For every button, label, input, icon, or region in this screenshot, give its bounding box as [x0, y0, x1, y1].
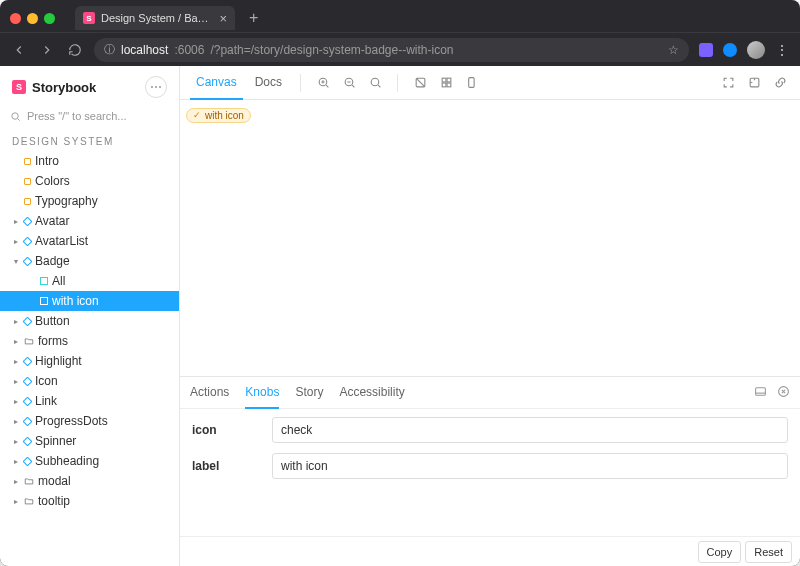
new-tab-button[interactable]: +: [243, 9, 264, 27]
divider: [300, 74, 301, 92]
component-icon: [23, 376, 33, 386]
search-icon: [10, 111, 21, 122]
storybook-logo: S: [12, 80, 26, 94]
site-info-icon[interactable]: ⓘ: [104, 42, 115, 57]
bookmark-icon[interactable]: ☆: [668, 43, 679, 57]
fullscreen-icon[interactable]: [718, 73, 738, 93]
zoom-in-icon[interactable]: [313, 73, 333, 93]
sidebar-item-tooltip[interactable]: ▸tooltip: [0, 491, 179, 511]
back-button[interactable]: [10, 41, 28, 59]
close-icon[interactable]: ×: [219, 11, 227, 26]
sidebar-item-colors[interactable]: Colors: [0, 171, 179, 191]
caret-icon: ▸: [12, 477, 20, 486]
caret-icon: ▸: [12, 337, 20, 346]
brand-name: Storybook: [32, 80, 96, 95]
tab-accessibility[interactable]: Accessibility: [339, 377, 404, 409]
panel-close-icon[interactable]: [777, 385, 790, 401]
sidebar-item-subheading[interactable]: ▸Subheading: [0, 451, 179, 471]
sidebar-item-label: Badge: [35, 254, 70, 268]
sidebar-item-typography[interactable]: Typography: [0, 191, 179, 211]
svg-rect-8: [447, 83, 451, 87]
browser-menu-button[interactable]: ⋮: [775, 42, 790, 58]
sidebar-item-intro[interactable]: Intro: [0, 151, 179, 171]
component-icon: [23, 216, 33, 226]
sidebar-item-label: forms: [38, 334, 68, 348]
zoom-out-icon[interactable]: [339, 73, 359, 93]
component-icon: [23, 456, 33, 466]
component-icon: [23, 236, 33, 246]
folder-icon: [24, 496, 34, 506]
group-label: DESIGN SYSTEM: [0, 130, 179, 151]
sidebar-item-avatar[interactable]: ▸Avatar: [0, 211, 179, 231]
sidebar-item-link[interactable]: ▸Link: [0, 391, 179, 411]
svg-point-3: [371, 78, 379, 86]
sidebar-item-avatarlist[interactable]: ▸AvatarList: [0, 231, 179, 251]
profile-avatar[interactable]: [747, 41, 765, 59]
knob-label: icon: [192, 423, 262, 437]
svg-rect-9: [468, 78, 473, 88]
tab-story[interactable]: Story: [295, 377, 323, 409]
sidebar-item-label: Highlight: [35, 354, 82, 368]
caret-icon: ▸: [12, 237, 20, 246]
knob-label: label: [192, 459, 262, 473]
folder-icon: [24, 336, 34, 346]
badge-label: with icon: [205, 110, 244, 121]
viewport-tool-icon[interactable]: [462, 73, 482, 93]
sidebar-item-button[interactable]: ▸Button: [0, 311, 179, 331]
forward-button[interactable]: [38, 41, 56, 59]
sidebar-item-forms[interactable]: ▸forms: [0, 331, 179, 351]
sidebar-item-label: All: [52, 274, 65, 288]
knobs-copy-button[interactable]: Copy: [698, 541, 742, 563]
canvas: ✓ with icon Actions Knobs Story Accessib…: [180, 100, 800, 566]
knob-row-icon: icon: [192, 417, 788, 443]
url-bar[interactable]: ⓘ localhost:6006/?path=/story/design-sys…: [94, 38, 689, 62]
knobs-reset-button[interactable]: Reset: [745, 541, 792, 563]
browser-toolbar: ⓘ localhost:6006/?path=/story/design-sys…: [0, 32, 800, 66]
story-icon: [40, 297, 48, 305]
reload-button[interactable]: [66, 41, 84, 59]
main: Canvas Docs: [180, 66, 800, 566]
tab-canvas[interactable]: Canvas: [190, 66, 243, 100]
svg-rect-5: [442, 78, 446, 82]
tab-docs[interactable]: Docs: [249, 66, 288, 100]
sidebar-item-icon[interactable]: ▸Icon: [0, 371, 179, 391]
sidebar-item-badge[interactable]: ▾Badge: [0, 251, 179, 271]
caret-icon: ▸: [12, 377, 20, 386]
grid-tool-icon[interactable]: [436, 73, 456, 93]
sidebar-item-label: Link: [35, 394, 57, 408]
tab-knobs[interactable]: Knobs: [245, 377, 279, 409]
divider: [397, 74, 398, 92]
sidebar-item-modal[interactable]: ▸modal: [0, 471, 179, 491]
document-icon: [24, 178, 31, 185]
extension-icon[interactable]: [699, 43, 713, 57]
browser-tab[interactable]: S Design System / Badge – with ×: [75, 6, 235, 30]
sidebar-item-label: Spinner: [35, 434, 76, 448]
sidebar-item-all[interactable]: All: [0, 271, 179, 291]
document-icon: [24, 158, 31, 165]
document-icon: [24, 198, 31, 205]
copy-link-icon[interactable]: [770, 73, 790, 93]
knob-input-icon[interactable]: [272, 417, 788, 443]
window-close-button[interactable]: [10, 13, 21, 24]
window-minimize-button[interactable]: [27, 13, 38, 24]
zoom-reset-icon[interactable]: [365, 73, 385, 93]
panel-orientation-icon[interactable]: [754, 385, 767, 401]
search-input[interactable]: Press "/" to search...: [10, 110, 169, 122]
window-zoom-button[interactable]: [44, 13, 55, 24]
sidebar-menu-button[interactable]: ⋯: [145, 76, 167, 98]
background-tool-icon[interactable]: [410, 73, 430, 93]
sidebar-item-label: Subheading: [35, 454, 99, 468]
sidebar-item-label: Icon: [35, 374, 58, 388]
knob-input-label[interactable]: [272, 453, 788, 479]
sidebar-item-progressdots[interactable]: ▸ProgressDots: [0, 411, 179, 431]
sidebar-item-with-icon[interactable]: with icon: [0, 291, 179, 311]
addons-tabs: Actions Knobs Story Accessibility: [180, 377, 800, 409]
open-new-tab-icon[interactable]: [744, 73, 764, 93]
window-titlebar: S Design System / Badge – with × +: [0, 4, 800, 32]
url-port: :6006: [174, 43, 204, 57]
story-preview: ✓ with icon: [180, 100, 800, 376]
sidebar-item-spinner[interactable]: ▸Spinner: [0, 431, 179, 451]
tab-actions[interactable]: Actions: [190, 377, 229, 409]
extension-icon[interactable]: [723, 43, 737, 57]
sidebar-item-highlight[interactable]: ▸Highlight: [0, 351, 179, 371]
